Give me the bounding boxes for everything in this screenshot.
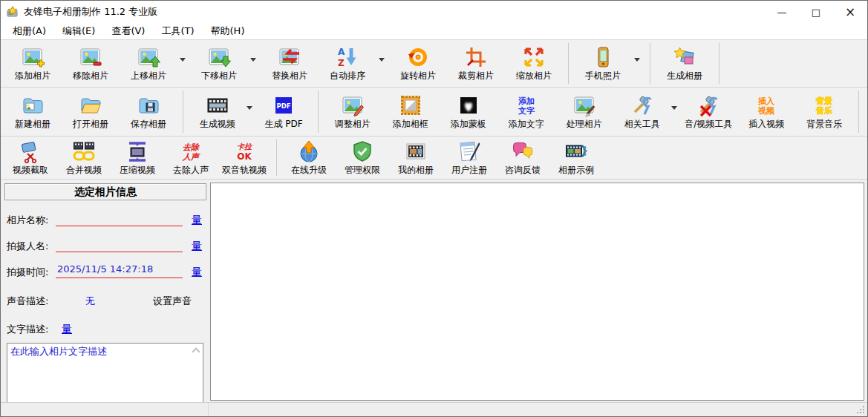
toolbar-button-label: 新建相册 [15,118,50,131]
set-sound-button[interactable]: 设置声音 [153,295,192,308]
scroll-up-icon[interactable] [192,347,200,355]
svg-text:去除: 去除 [183,142,200,152]
scale-photo-button[interactable]: 缩放相片 [505,41,563,86]
move-down-photo-button[interactable]: 下移相片 [190,41,248,86]
process-photo-button[interactable]: 处理相片 [555,88,613,135]
text-desc-label: 文字描述: [7,323,56,336]
move-down-photo-dropdown[interactable] [247,58,260,62]
shoot-time-batch-link[interactable]: 量 [192,266,202,279]
phone-photos-button[interactable]: 手机照片 [574,41,632,86]
remove-photo-button[interactable]: 移除相片 [62,41,120,86]
video-capture-button[interactable]: 视频截取 [4,137,57,178]
add-photo-button[interactable]: 添加相片 [4,41,62,86]
new-album-button[interactable]: 新建相册 [4,88,62,135]
window-title: 友锋电子相册制作 11.2 专业版 [24,5,157,19]
add-mask-button[interactable]: 添加蒙板 [440,88,497,135]
toolbar-button-label: 自动排序 [330,70,365,82]
svg-text:PDF: PDF [277,102,291,109]
toolbar-button-label: 处理相片 [567,118,602,131]
toolbar-button-label: 双音轨视频 [222,164,267,177]
feedback-button[interactable]: 咨询反馈 [496,137,549,178]
album-canvas[interactable] [210,183,864,401]
remove-vocal-icon: 去除人声 [179,139,203,163]
menu-edit[interactable]: 编辑(E) [56,23,101,39]
svg-text:插入: 插入 [757,96,775,106]
generate-album-icon [673,45,696,69]
add-frame-icon [399,93,422,117]
toolbar-button-label: 生成 PDF [265,118,303,131]
user-register-button[interactable]: 用户注册 [443,137,496,178]
open-album-button[interactable]: 打开相册 [62,88,120,135]
toolbar-separator [568,43,569,84]
close-button[interactable]: × [833,1,867,23]
sound-desc-row: 声音描述: 无 设置声音 [7,290,202,308]
av-tools-button[interactable]: 音/视频工具 [679,88,737,135]
merge-video-button[interactable]: 合并视频 [57,137,111,178]
svg-text:添加: 添加 [518,96,535,106]
save-album-icon [137,93,160,117]
add-text-button[interactable]: 添加文字添加文字 [497,88,555,135]
process-photo-icon [572,93,596,117]
minimize-button[interactable]: — [765,1,799,23]
photographer-input[interactable] [56,237,183,252]
toolbar-button-label: 旋转相片 [400,70,436,82]
related-tools-dropdown[interactable] [670,106,679,110]
my-albums-button[interactable]: 我的相册 [389,137,443,178]
adjust-photo-button[interactable]: 调整相片 [324,88,382,135]
menu-view[interactable]: 查看(V) [105,23,151,39]
menu-tools[interactable]: 工具(T) [155,23,200,39]
svg-text:文字: 文字 [518,106,535,116]
auto-sort-button[interactable]: AZ自动排序 [319,41,376,86]
maximize-button[interactable]: □ [799,1,833,23]
photo-name-batch-link[interactable]: 量 [192,214,202,227]
photo-description-textarea[interactable]: 在此输入相片文字描述 [7,343,203,402]
move-up-photo-dropdown[interactable] [176,58,189,62]
toolbar-button-label: 添加相框 [393,118,428,131]
toolbar-button-label: 替换相片 [272,70,307,82]
related-tools-button[interactable]: 相关工具 [613,88,671,135]
generate-video-icon [206,93,229,117]
manage-permissions-button[interactable]: 管理权限 [336,137,389,178]
toolbar-button-label: 管理权限 [345,164,380,177]
toolbar-button-label: 添加蒙板 [451,118,486,131]
statusbar [1,402,867,416]
generate-pdf-button[interactable]: PDF生成 PDF [255,88,313,135]
menu-album[interactable]: 相册(A) [7,23,52,39]
generate-video-dropdown[interactable] [245,106,254,110]
svg-text:OK: OK [237,151,252,162]
generate-album-button[interactable]: 生成相册 [656,41,714,86]
toolbar-separator [276,139,277,176]
replace-photo-button[interactable]: 替换相片 [261,41,319,86]
toolbar-button-label: 裁剪相片 [458,70,494,82]
generate-video-button[interactable]: 生成视频 [189,88,247,135]
crop-photo-button[interactable]: 裁剪相片 [447,41,505,86]
text-desc-batch-link[interactable]: 量 [62,323,72,336]
toolbar-button-label: 下移相片 [201,70,237,82]
phone-photos-dropdown[interactable] [630,58,644,62]
shoot-time-label: 拍摄时间: [7,266,56,279]
move-up-photo-button[interactable]: 上移相片 [120,41,177,86]
insert-video-button[interactable]: 插入视频插入视频 [737,88,795,135]
auto-sort-icon: AZ [336,45,359,69]
compress-video-button[interactable]: 压缩视频 [111,137,164,178]
toolbar-button-label: 缩放相片 [516,70,552,82]
dual-track-video-button[interactable]: 卡拉OK双音轨视频 [218,137,271,178]
app-icon [7,6,19,18]
online-upgrade-button[interactable]: 在线升级 [282,137,336,178]
crop-photo-icon [464,45,488,69]
background-music-button[interactable]: 背景音乐背景音乐 [795,88,853,135]
toolbar-separator [858,91,859,133]
photographer-batch-link[interactable]: 量 [192,240,202,253]
auto-sort-dropdown[interactable] [375,58,388,62]
add-frame-button[interactable]: 添加相框 [382,88,440,135]
rotate-photo-button[interactable]: 旋转相片 [389,41,447,86]
shoot-time-input[interactable]: 2025/11/5 14:27:18 [56,263,183,278]
remove-vocal-button[interactable]: 去除人声去除人声 [164,137,218,178]
album-examples-button[interactable]: 相册示例 [549,137,603,178]
photo-name-input[interactable] [56,211,183,226]
generate-pdf-icon: PDF [272,93,296,117]
menu-help[interactable]: 帮助(H) [205,23,251,39]
toolbar-button-label: 生成相册 [667,70,702,82]
save-album-button[interactable]: 保存相册 [120,88,177,135]
resize-grip[interactable] [863,412,864,413]
